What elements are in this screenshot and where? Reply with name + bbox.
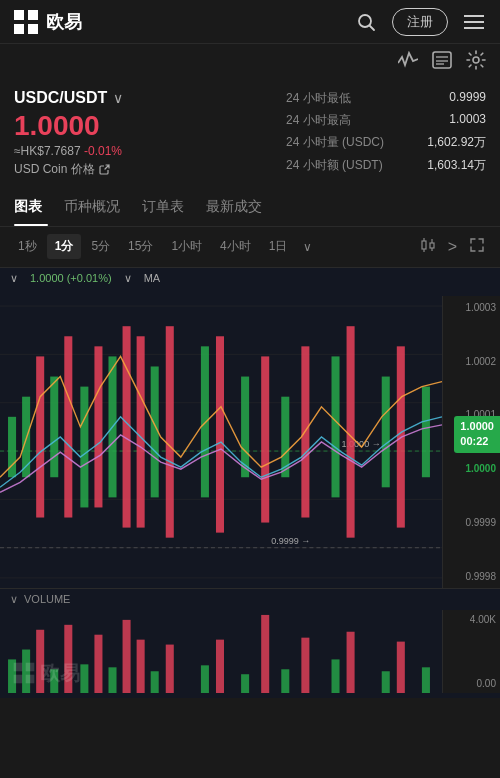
watermark-logo-icon	[12, 661, 36, 685]
stat-label-high: 24 小时最高	[286, 112, 351, 129]
svg-rect-65	[422, 667, 430, 693]
candle-type-icon[interactable]	[415, 233, 441, 261]
trading-pair: USDC/USDT	[14, 89, 107, 107]
svg-rect-46	[123, 326, 131, 527]
current-price: 1.0000	[14, 111, 286, 142]
svg-rect-41	[382, 376, 390, 487]
tab-chart[interactable]: 图表	[14, 188, 56, 226]
axis-label-top: 1.0003	[447, 302, 496, 313]
logo-icon	[12, 8, 40, 36]
svg-line-5	[370, 25, 375, 30]
ma-toggle-icon[interactable]: ∨	[124, 272, 132, 285]
register-button[interactable]: 注册	[392, 8, 448, 36]
pair-row: USDC/USDT ∨	[14, 89, 286, 107]
price-stats: 24 小时最低 0.9999 24 小时最高 1.0003 24 小时量 (US…	[286, 89, 486, 178]
svg-rect-78	[26, 663, 35, 672]
interval-more-dropdown[interactable]: ∨	[297, 236, 318, 258]
stat-row-high: 24 小时最高 1.0003	[286, 112, 486, 129]
svg-rect-14	[422, 241, 426, 249]
svg-rect-17	[430, 243, 434, 248]
menu-icon[interactable]	[460, 8, 488, 36]
book-icon[interactable]	[432, 51, 452, 74]
tab-trades[interactable]: 最新成交	[206, 188, 276, 226]
vol-axis-bottom: 0.00	[447, 678, 496, 689]
chart-toggle-icon[interactable]: ∨	[10, 272, 18, 285]
stat-label-low: 24 小时最低	[286, 90, 351, 107]
svg-rect-9	[433, 52, 451, 68]
svg-rect-62	[281, 669, 289, 693]
stat-row-low: 24 小时最低 0.9999	[286, 90, 486, 107]
hkd-price: ≈HK$7.7687 -0.01%	[14, 144, 286, 158]
svg-rect-71	[166, 644, 174, 692]
coin-link[interactable]: USD Coin 价格	[14, 161, 286, 178]
volume-label-row: ∨ VOLUME	[0, 589, 500, 610]
svg-rect-43	[36, 356, 44, 517]
svg-rect-77	[14, 663, 23, 672]
wave-icon[interactable]	[398, 51, 418, 74]
fullscreen-icon[interactable]	[464, 233, 490, 261]
interval-1m[interactable]: 1分	[47, 234, 82, 259]
stat-row-vol-usdt: 24 小时额 (USDT) 1,603.14万	[286, 157, 486, 174]
axis-label-5: 0.9999	[447, 517, 496, 528]
svg-rect-50	[261, 356, 269, 522]
price-chart-svg: 1.0000 → 0.9999 →	[0, 296, 442, 588]
interval-row: 1秒 1分 5分 15分 1小时 4小时 1日 ∨ >	[0, 227, 500, 268]
interval-1s[interactable]: 1秒	[10, 234, 45, 259]
stat-value-low: 0.9999	[449, 90, 486, 107]
stat-value-high: 1.0003	[449, 112, 486, 129]
svg-rect-64	[382, 671, 390, 693]
svg-rect-74	[301, 637, 309, 692]
svg-rect-79	[14, 675, 23, 684]
svg-rect-49	[216, 336, 224, 532]
svg-rect-47	[137, 336, 145, 527]
tab-orderbook[interactable]: 订单表	[142, 188, 198, 226]
app-header: 欧易 注册	[0, 0, 500, 44]
settings-icon[interactable]	[466, 50, 486, 75]
tab-overview[interactable]: 币种概况	[64, 188, 134, 226]
volume-axis-right: 4.00K 0.00	[442, 610, 500, 693]
svg-rect-61	[241, 674, 249, 693]
svg-rect-60	[201, 665, 209, 693]
stat-value-vol-usdt: 1,603.14万	[427, 157, 486, 174]
stat-value-vol-usdc: 1,602.92万	[427, 134, 486, 151]
interval-1h[interactable]: 1小时	[163, 234, 210, 259]
header-right: 注册	[352, 8, 488, 36]
price-section: USDC/USDT ∨ 1.0000 ≈HK$7.7687 -0.01% USD…	[0, 81, 500, 188]
volume-label: VOLUME	[24, 593, 70, 605]
stat-label-vol-usdt: 24 小时额 (USDT)	[286, 157, 383, 174]
current-price-tag: 1.0000 00:22	[454, 416, 500, 453]
interval-1d[interactable]: 1日	[261, 234, 296, 259]
price-tag-value: 1.0000	[460, 419, 494, 434]
volume-toggle-icon[interactable]: ∨	[10, 593, 18, 606]
svg-text:0.9999 →: 0.9999 →	[271, 535, 310, 545]
price-tag-time: 00:22	[460, 434, 494, 449]
ma-label: MA	[144, 272, 161, 284]
price-change: -0.01%	[84, 144, 122, 158]
pair-dropdown-icon[interactable]: ∨	[113, 90, 123, 106]
svg-rect-40	[332, 356, 340, 497]
svg-rect-37	[201, 346, 209, 497]
svg-rect-2	[14, 24, 24, 34]
svg-rect-44	[64, 336, 72, 517]
expand-right-icon[interactable]: >	[443, 234, 462, 260]
interval-4h[interactable]: 4小时	[212, 234, 259, 259]
svg-rect-69	[123, 620, 131, 693]
svg-rect-80	[26, 675, 35, 684]
watermark: 欧易	[12, 660, 80, 687]
volume-chart-area: ∨ VOLUME	[0, 588, 500, 698]
svg-point-13	[473, 57, 479, 63]
interval-15m[interactable]: 15分	[120, 234, 161, 259]
svg-rect-42	[422, 386, 430, 477]
external-link-icon	[99, 164, 110, 175]
stat-row-vol-usdc: 24 小时量 (USDC) 1,602.92万	[286, 134, 486, 151]
search-icon[interactable]	[352, 8, 380, 36]
axis-label-bottom: 0.9998	[447, 571, 496, 582]
svg-rect-72	[216, 639, 224, 692]
svg-rect-63	[332, 659, 340, 693]
stat-label-vol-usdc: 24 小时量 (USDC)	[286, 134, 384, 151]
price-left: USDC/USDT ∨ 1.0000 ≈HK$7.7687 -0.01% USD…	[14, 89, 286, 178]
interval-5m[interactable]: 5分	[83, 234, 118, 259]
svg-rect-58	[108, 667, 116, 693]
chart-toolbar	[0, 44, 500, 81]
svg-rect-0	[14, 10, 24, 20]
